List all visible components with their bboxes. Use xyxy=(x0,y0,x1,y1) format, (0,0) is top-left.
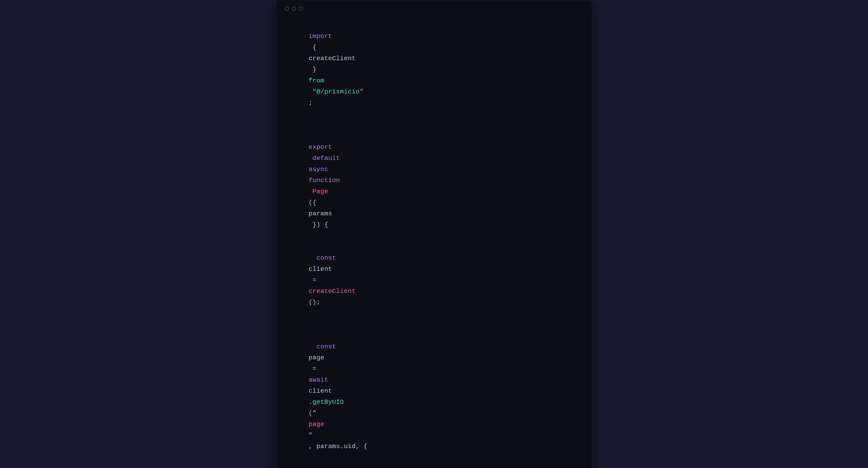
title-bar xyxy=(285,6,583,11)
call-parens: (); xyxy=(309,299,320,306)
window-dot-3 xyxy=(299,6,303,11)
str-page: page xyxy=(309,421,324,428)
code-line-5: lang: params.lang, xyxy=(285,463,583,468)
kw-import: import xyxy=(309,33,332,40)
eq-2: = xyxy=(309,365,320,372)
create-client-1: createClient xyxy=(309,55,355,62)
module-str: "@/prismicio" xyxy=(309,88,364,95)
window-dot-2 xyxy=(292,6,296,11)
code-window: import { createClient } from "@/prismici… xyxy=(276,0,592,468)
brace-open-1: { xyxy=(309,44,320,51)
createClient-call: createClient xyxy=(309,288,355,295)
params-id: params xyxy=(309,210,332,217)
params-open: ({ xyxy=(309,199,320,206)
fn-Page: Page xyxy=(309,188,328,195)
kw-const-2: const xyxy=(309,343,340,350)
method-getByUID: .getByUID xyxy=(309,399,344,406)
kw-function: function xyxy=(309,177,340,184)
kw-async: async xyxy=(309,166,332,173)
kw-default: default xyxy=(309,155,344,162)
code-line-3: const client = createClient (); xyxy=(285,241,583,319)
kw-export: export xyxy=(309,144,332,151)
window-dot-1 xyxy=(285,6,289,11)
code-line-1: import { createClient } from "@/prismici… xyxy=(285,20,583,119)
code-block: import { createClient } from "@/prismici… xyxy=(285,20,583,468)
empty-line-2 xyxy=(285,319,583,330)
kw-await: await xyxy=(309,376,332,383)
semi-1: ; xyxy=(309,99,312,106)
kw-const-1: const xyxy=(309,255,340,262)
code-line-2: export default async function Page ({ pa… xyxy=(285,130,583,241)
str-open: (" xyxy=(309,410,316,417)
rest-params: , params.uid, { xyxy=(309,443,367,450)
str-close: " xyxy=(309,432,312,439)
client-ref: client xyxy=(309,387,332,394)
code-line-4: const page = await client .getByUID (" p… xyxy=(285,330,583,463)
brace-close-1: } xyxy=(309,66,320,73)
params-close: }) { xyxy=(309,221,328,228)
empty-line-1 xyxy=(285,119,583,130)
eq-1: = xyxy=(309,276,320,284)
var-page: page xyxy=(309,354,324,361)
kw-from: from xyxy=(309,77,324,84)
var-client: client xyxy=(309,266,332,272)
